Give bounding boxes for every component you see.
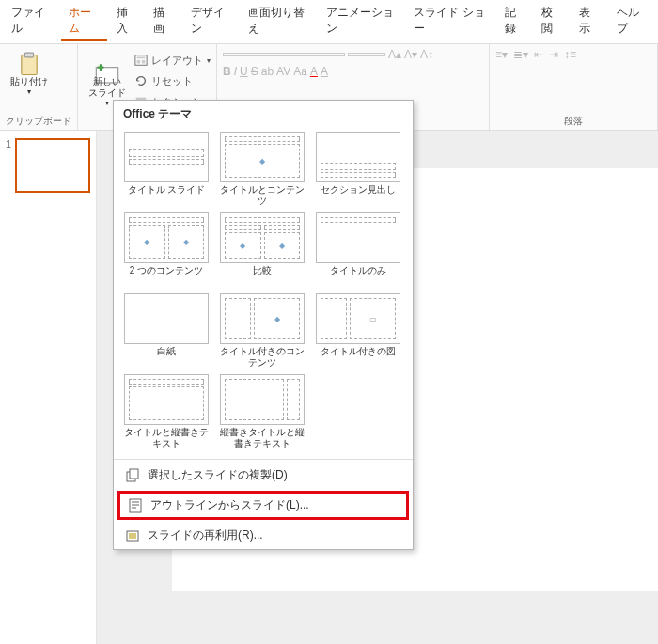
- change-case-icon[interactable]: A↕: [420, 48, 433, 61]
- menu-view[interactable]: 表示: [572, 2, 607, 41]
- svg-rect-8: [137, 57, 146, 59]
- thumb-preview: [15, 138, 90, 193]
- outline-highlight: アウトラインからスライド(L)...: [118, 491, 409, 520]
- reuse-slides-item[interactable]: スライドの再利用(R)...: [114, 522, 413, 549]
- menu-draw[interactable]: 描画: [146, 2, 181, 41]
- duplicate-icon: [125, 468, 140, 483]
- paste-label: 貼り付け: [10, 76, 48, 87]
- underline-icon[interactable]: U: [240, 65, 248, 78]
- italic-icon[interactable]: I: [234, 65, 237, 78]
- clipboard-icon: [16, 52, 42, 74]
- layout-content-caption[interactable]: タイトル付きのコンテンツ: [215, 291, 309, 370]
- layout-title-slide[interactable]: タイトル スライド: [119, 130, 213, 209]
- dropdown-heading: Office テーマ: [114, 101, 413, 126]
- layout-comparison[interactable]: 比較: [215, 211, 309, 290]
- menu-slideshow[interactable]: スライド ショー: [406, 2, 495, 41]
- highlight-icon[interactable]: Aa: [293, 65, 307, 78]
- decrease-font-icon[interactable]: A▾: [404, 48, 417, 61]
- line-spacing-icon[interactable]: ↕≡: [564, 48, 576, 61]
- layout-vertical-title-text[interactable]: 縦書きタイトルと縦書きテキスト: [215, 372, 309, 451]
- layout-blank[interactable]: 白紙: [119, 291, 213, 370]
- layout-title-content[interactable]: タイトルとコンテンツ: [215, 130, 309, 209]
- slide-thumb-1[interactable]: 1: [6, 138, 90, 193]
- shadow-icon[interactable]: ab: [261, 65, 274, 78]
- svg-rect-17: [129, 533, 136, 539]
- menu-review[interactable]: 校閲: [534, 2, 570, 41]
- svg-rect-1: [24, 54, 33, 58]
- indent-left-icon[interactable]: ⇤: [534, 48, 543, 61]
- layout-section-header[interactable]: セクション見出し: [311, 130, 405, 209]
- ribbon-group-clipboard: 貼り付け ▾ クリップボード: [0, 44, 78, 130]
- reset-icon: [134, 74, 148, 87]
- slide-thumbnail-pane[interactable]: 1: [0, 131, 97, 644]
- outline-icon: [128, 498, 143, 513]
- menu-animation[interactable]: アニメーション: [319, 2, 405, 41]
- new-slide-label: 新しい スライド: [88, 76, 126, 99]
- new-slide-icon: [94, 52, 120, 74]
- menu-design[interactable]: デザイン: [183, 2, 239, 41]
- increase-font-icon[interactable]: A▴: [388, 48, 401, 61]
- spacing-icon[interactable]: AV: [276, 65, 290, 78]
- font-color-icon[interactable]: A: [310, 65, 318, 78]
- menu-insert[interactable]: 挿入: [109, 2, 145, 41]
- menu-home[interactable]: ホーム: [61, 2, 106, 41]
- layout-title-vertical-text[interactable]: タイトルと縦書きテキスト: [119, 372, 213, 451]
- menubar: ファイル ホーム 挿入 描画 デザイン 画面切り替え アニメーション スライド …: [0, 0, 658, 44]
- layout-gallery: タイトル スライド タイトルとコンテンツ セクション見出し 2 つのコンテンツ …: [114, 126, 413, 457]
- menu-help[interactable]: ヘルプ: [609, 2, 654, 41]
- svg-rect-10: [142, 60, 146, 64]
- svg-rect-0: [22, 55, 37, 75]
- layout-two-content[interactable]: 2 つのコンテンツ: [119, 211, 213, 290]
- layout-title-only[interactable]: タイトルのみ: [311, 211, 405, 290]
- font-size-combo[interactable]: [348, 53, 385, 56]
- indent-right-icon[interactable]: ⇥: [549, 48, 558, 61]
- ribbon-group-paragraph: ≡▾ ≣▾ ⇤ ⇥ ↕≡ 段落: [490, 44, 658, 130]
- menu-transition[interactable]: 画面切り替え: [241, 2, 317, 41]
- menu-record[interactable]: 記録: [497, 2, 533, 41]
- bullets-icon[interactable]: ≡▾: [495, 48, 508, 61]
- new-slide-dropdown: Office テーマ タイトル スライド タイトルとコンテンツ セクション見出し…: [113, 100, 414, 550]
- font-family-combo[interactable]: [223, 53, 345, 56]
- duplicate-slides-item[interactable]: 選択したスライドの複製(D): [114, 462, 413, 489]
- svg-rect-9: [137, 60, 141, 64]
- slides-from-outline-item[interactable]: アウトラインからスライド(L)...: [120, 494, 406, 517]
- layout-picture-caption[interactable]: ▭ タイトル付きの図: [311, 291, 405, 370]
- thumb-number: 1: [6, 138, 11, 193]
- paste-button[interactable]: 貼り付け ▾: [6, 48, 53, 99]
- clipboard-group-label: クリップボード: [6, 113, 71, 130]
- paragraph-group-label: 段落: [495, 113, 651, 130]
- numbering-icon[interactable]: ≣▾: [513, 48, 528, 61]
- svg-rect-15: [130, 499, 141, 512]
- bold-icon[interactable]: B: [223, 65, 231, 78]
- layout-icon: [134, 54, 148, 67]
- menu-file[interactable]: ファイル: [4, 2, 59, 41]
- strike-icon[interactable]: S: [251, 65, 258, 78]
- reuse-icon: [125, 528, 140, 543]
- clear-format-icon[interactable]: A: [321, 65, 328, 78]
- svg-rect-14: [130, 469, 138, 479]
- layout-button[interactable]: レイアウト▾: [134, 52, 211, 69]
- reset-button[interactable]: リセット: [134, 72, 211, 89]
